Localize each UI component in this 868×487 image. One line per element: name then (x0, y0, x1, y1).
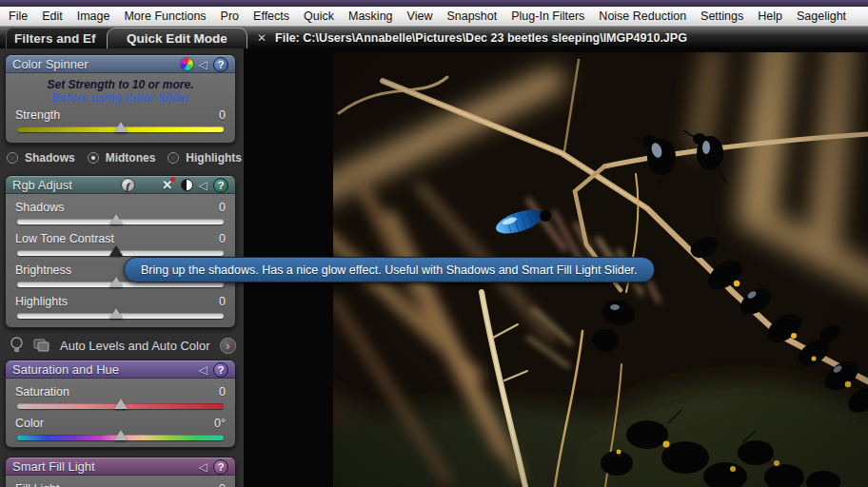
menu-file[interactable]: File (9, 10, 28, 23)
menu-bar: File Edit Image More Functions Pro Effec… (0, 7, 868, 27)
function-icon[interactable]: f (121, 178, 135, 192)
collapse-arrow-icon[interactable]: ◁ (199, 58, 207, 71)
menu-masking[interactable]: Masking (348, 10, 393, 23)
help-icon[interactable]: ? (213, 178, 228, 193)
radio-midtones-label[interactable]: Midtones (106, 151, 156, 165)
reset-icon[interactable]: ✕ (160, 178, 175, 192)
rgb-adjust-header: Rgb Adjust f ✕ ◁ ? (6, 176, 235, 194)
shadows-label: Shadows (15, 201, 64, 214)
color-spinner-header: Color Spinner ◁ ? (6, 55, 235, 73)
saturation-hue-title: Saturation and Hue (12, 362, 193, 377)
window-frame-strip (0, 0, 868, 7)
menu-sagelight[interactable]: Sagelight (797, 10, 846, 23)
strength-value: 0 (219, 108, 226, 122)
strength-hint-line2: Before using Color Slider (15, 91, 226, 105)
lightbulb-icon[interactable] (10, 337, 24, 354)
tone-range-radios: Shadows Midtones Highlights (7, 150, 237, 166)
menu-edit[interactable]: Edit (42, 10, 63, 23)
color-spinner-panel: Color Spinner ◁ ? Set Strength to 10 or … (5, 54, 236, 144)
slider-tooltip: Bring up the shadows. Has a nice glow ef… (124, 257, 655, 282)
shadows-slider[interactable] (17, 219, 224, 224)
color-wheel-icon[interactable] (181, 58, 193, 70)
saturation-slider[interactable] (17, 403, 224, 409)
menu-more-functions[interactable]: More Functions (124, 10, 206, 23)
strength-label: Strength (15, 108, 60, 122)
help-icon[interactable]: ? (213, 57, 228, 72)
low-tone-contrast-slider[interactable] (17, 250, 224, 256)
radio-shadows-label[interactable]: Shadows (25, 151, 75, 165)
radio-highlights[interactable] (168, 152, 179, 164)
auto-levels-label[interactable]: Auto Levels and Auto Color (60, 339, 210, 353)
saturation-value: 0 (219, 385, 226, 399)
low-tone-contrast-slider-thumb[interactable] (109, 245, 123, 256)
menu-quick[interactable]: Quick (304, 10, 334, 23)
contrast-icon[interactable] (181, 179, 193, 191)
highlights-slider[interactable] (17, 313, 224, 319)
saturation-hue-panel: Saturation and Hue ◁ ? Saturation 0 Colo… (5, 360, 236, 448)
low-tone-contrast-label: Low Tone Contrast (15, 232, 114, 245)
collapse-arrow-icon[interactable]: ◁ (199, 179, 207, 192)
menu-effects[interactable]: Effects (253, 10, 289, 23)
saturation-slider-thumb[interactable] (114, 399, 128, 409)
radio-highlights-label[interactable]: Highlights (186, 151, 242, 165)
brightness-slider-thumb[interactable] (109, 277, 123, 287)
menu-snapshot[interactable]: Snapshot (446, 10, 497, 23)
tab-quick-edit-mode[interactable]: Quick Edit Mode (107, 28, 247, 49)
menu-noise-reduction[interactable]: Noise Reduction (599, 10, 686, 23)
collapse-arrow-icon[interactable]: ◁ (199, 460, 207, 474)
menu-settings[interactable]: Settings (700, 10, 743, 23)
color-value: 0° (214, 417, 226, 430)
menu-image[interactable]: Image (77, 10, 110, 23)
application-window: File Edit Image More Functions Pro Effec… (0, 0, 868, 487)
strength-slider-thumb[interactable] (114, 122, 128, 132)
color-slider[interactable] (17, 435, 224, 440)
collapse-arrow-icon[interactable]: ◁ (199, 363, 207, 377)
brightness-label: Brightness (15, 263, 71, 277)
highlights-value: 0 (219, 295, 226, 308)
smart-fill-light-header: Smart Fill Light ◁ ? (6, 458, 235, 476)
rgb-adjust-panel: Rgb Adjust f ✕ ◁ ? Shadows 0 (5, 175, 236, 328)
forward-arrow-button[interactable]: › (220, 338, 236, 354)
highlights-label: Highlights (15, 295, 68, 308)
saturation-hue-header: Saturation and Hue ◁ ? (6, 360, 235, 379)
color-slider-thumb[interactable] (114, 430, 128, 440)
help-icon[interactable]: ? (213, 459, 228, 475)
strength-slider[interactable] (17, 127, 224, 132)
shadows-value: 0 (219, 201, 226, 214)
help-icon[interactable]: ? (213, 362, 228, 378)
menu-view[interactable]: View (407, 10, 433, 23)
rgb-adjust-title: Rgb Adjust (12, 178, 115, 192)
menu-pro[interactable]: Pro (221, 10, 239, 23)
color-spinner-title: Color Spinner (12, 57, 175, 71)
smart-fill-light-panel: Smart Fill Light ◁ ? Fill Light 0 (5, 457, 236, 487)
main-area: Color Spinner ◁ ? Set Strength to 10 or … (0, 49, 868, 487)
color-label: Color (15, 417, 44, 430)
saturation-label: Saturation (15, 385, 69, 399)
photo-stack-icon[interactable] (33, 339, 50, 352)
smart-fill-light-title: Smart Fill Light (12, 459, 193, 474)
tab-row: Filters and Ef Quick Edit Mode ✕ File: C… (0, 27, 868, 49)
auto-levels-row: Auto Levels and Auto Color › (10, 334, 238, 357)
close-document-icon[interactable]: ✕ (257, 31, 266, 45)
strength-hint-line1: Set Strength to 10 or more. (15, 78, 226, 91)
low-tone-contrast-value: 0 (219, 232, 226, 245)
radio-shadows[interactable] (7, 152, 18, 164)
shadows-slider-thumb[interactable] (109, 214, 123, 224)
menu-help[interactable]: Help (758, 10, 782, 23)
document-title-bar: ✕ File: C:\Users\Annabelle\Pictures\Dec … (249, 27, 868, 49)
menu-plugin-filters[interactable]: Plug-In Filters (511, 10, 584, 23)
document-file-path: File: C:\Users\Annabelle\Pictures\Dec 23… (275, 31, 687, 45)
fill-light-label: Fill Light (15, 482, 60, 487)
fill-light-value: 0 (219, 482, 226, 487)
highlights-slider-thumb[interactable] (109, 308, 123, 319)
radio-midtones[interactable] (88, 152, 99, 164)
tab-filters-and-effects[interactable]: Filters and Ef (6, 28, 122, 49)
